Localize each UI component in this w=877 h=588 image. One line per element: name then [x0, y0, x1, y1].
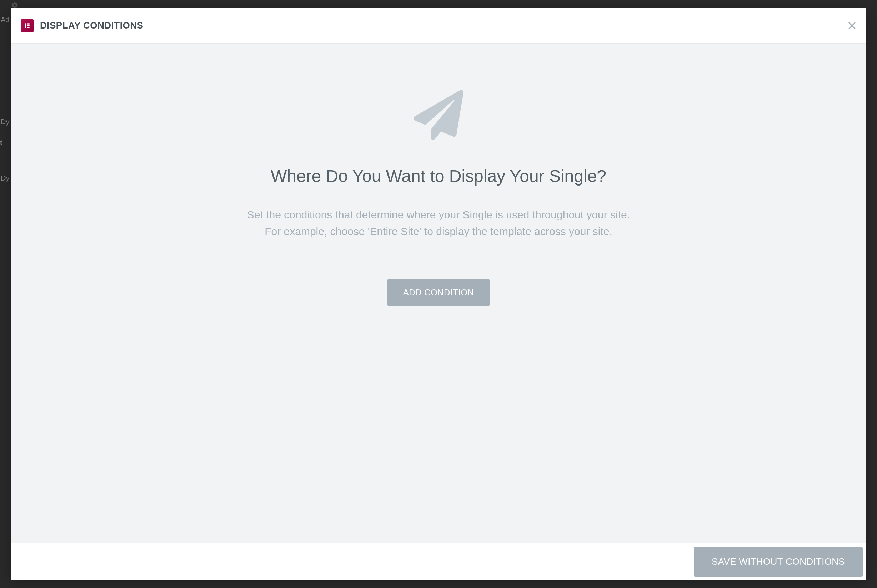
hero-description-line1: Set the conditions that determine where … [247, 209, 630, 220]
add-condition-button[interactable]: ADD CONDITION [387, 279, 490, 306]
obscured-text: Dy [1, 174, 9, 182]
close-divider [836, 8, 859, 43]
hero-description-line2: For example, choose 'Entire Site' to dis… [265, 225, 612, 237]
hero-heading: Where Do You Want to Display Your Single… [271, 166, 606, 186]
save-without-conditions-button[interactable]: SAVE WITHOUT CONDITIONS [694, 547, 863, 577]
modal-body: Where Do You Want to Display Your Single… [11, 44, 866, 543]
close-button[interactable] [845, 18, 859, 33]
modal-footer: SAVE WITHOUT CONDITIONS [11, 543, 866, 580]
svg-rect-3 [27, 27, 30, 28]
svg-rect-1 [27, 23, 30, 24]
modal-title: DISPLAY CONDITIONS [40, 20, 143, 31]
display-conditions-modal: DISPLAY CONDITIONS Where Do You Want to … [11, 8, 866, 580]
close-icon [847, 21, 857, 31]
paper-plane-icon [414, 90, 463, 141]
elementor-logo-icon [21, 19, 33, 32]
obscured-text: t [0, 138, 3, 147]
svg-rect-0 [25, 23, 26, 28]
obscured-text: Ad [1, 16, 9, 24]
obscured-text: Dy [1, 118, 9, 126]
hero-description: Set the conditions that determine where … [247, 207, 630, 240]
svg-rect-2 [27, 25, 30, 26]
modal-header: DISPLAY CONDITIONS [11, 8, 866, 44]
